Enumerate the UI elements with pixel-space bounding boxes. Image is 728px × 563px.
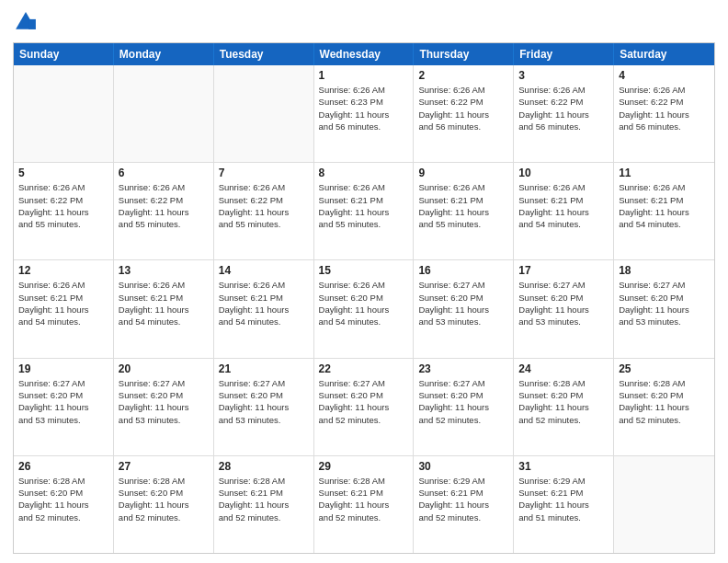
calendar-cell: 6Sunrise: 6:26 AM Sunset: 6:22 PM Daylig… (114, 163, 214, 259)
day-info: Sunrise: 6:28 AM Sunset: 6:20 PM Dayligh… (18, 475, 108, 523)
day-number: 30 (418, 460, 508, 473)
day-info: Sunrise: 6:27 AM Sunset: 6:20 PM Dayligh… (319, 377, 409, 426)
day-info: Sunrise: 6:26 AM Sunset: 6:21 PM Dayligh… (219, 279, 309, 327)
day-info: Sunrise: 6:26 AM Sunset: 6:22 PM Dayligh… (518, 84, 609, 132)
day-number: 12 (18, 264, 108, 277)
calendar-cell: 3Sunrise: 6:26 AM Sunset: 6:22 PM Daylig… (514, 65, 614, 162)
day-number: 11 (619, 167, 710, 179)
day-number: 15 (319, 264, 409, 277)
calendar-cell: 30Sunrise: 6:29 AM Sunset: 6:21 PM Dayli… (414, 456, 514, 553)
day-number: 27 (119, 460, 209, 473)
calendar-cell: 19Sunrise: 6:27 AM Sunset: 6:20 PM Dayli… (14, 359, 114, 455)
header (13, 9, 715, 35)
day-number: 31 (518, 460, 609, 473)
day-info: Sunrise: 6:28 AM Sunset: 6:21 PM Dayligh… (319, 475, 409, 523)
day-info: Sunrise: 6:26 AM Sunset: 6:21 PM Dayligh… (619, 181, 710, 230)
day-info: Sunrise: 6:27 AM Sunset: 6:20 PM Dayligh… (18, 377, 108, 426)
day-info: Sunrise: 6:26 AM Sunset: 6:21 PM Dayligh… (518, 181, 609, 230)
calendar-cell: 5Sunrise: 6:26 AM Sunset: 6:22 PM Daylig… (14, 163, 114, 259)
day-number: 26 (18, 460, 108, 473)
day-number: 29 (319, 460, 409, 473)
calendar-row-5: 26Sunrise: 6:28 AM Sunset: 6:20 PM Dayli… (14, 456, 714, 553)
calendar-row-2: 5Sunrise: 6:26 AM Sunset: 6:22 PM Daylig… (14, 163, 714, 260)
calendar-cell: 8Sunrise: 6:26 AM Sunset: 6:21 PM Daylig… (314, 163, 415, 259)
day-info: Sunrise: 6:26 AM Sunset: 6:22 PM Dayligh… (119, 181, 209, 230)
weekday-header-monday: Monday (114, 43, 214, 65)
day-info: Sunrise: 6:26 AM Sunset: 6:22 PM Dayligh… (18, 181, 108, 230)
weekday-header-friday: Friday (514, 43, 614, 65)
calendar-cell: 24Sunrise: 6:28 AM Sunset: 6:20 PM Dayli… (514, 359, 614, 455)
calendar-cell: 12Sunrise: 6:26 AM Sunset: 6:21 PM Dayli… (14, 260, 114, 357)
calendar-cell: 14Sunrise: 6:26 AM Sunset: 6:21 PM Dayli… (214, 260, 314, 357)
calendar-cell: 22Sunrise: 6:27 AM Sunset: 6:20 PM Dayli… (314, 359, 415, 455)
calendar-cell: 20Sunrise: 6:27 AM Sunset: 6:20 PM Dayli… (114, 359, 214, 455)
day-info: Sunrise: 6:28 AM Sunset: 6:21 PM Dayligh… (219, 475, 309, 523)
calendar-cell (214, 65, 314, 162)
day-info: Sunrise: 6:27 AM Sunset: 6:20 PM Dayligh… (518, 279, 609, 327)
calendar-cell: 31Sunrise: 6:29 AM Sunset: 6:21 PM Dayli… (514, 456, 614, 553)
day-number: 13 (119, 264, 209, 277)
calendar-cell: 26Sunrise: 6:28 AM Sunset: 6:20 PM Dayli… (14, 456, 114, 553)
day-number: 16 (418, 264, 508, 277)
calendar-row-3: 12Sunrise: 6:26 AM Sunset: 6:21 PM Dayli… (14, 260, 714, 358)
day-number: 1 (319, 69, 409, 82)
calendar-cell: 2Sunrise: 6:26 AM Sunset: 6:22 PM Daylig… (414, 65, 514, 162)
day-info: Sunrise: 6:26 AM Sunset: 6:21 PM Dayligh… (18, 279, 108, 327)
day-number: 21 (219, 362, 309, 375)
calendar-cell: 10Sunrise: 6:26 AM Sunset: 6:21 PM Dayli… (514, 163, 614, 259)
day-number: 4 (619, 69, 710, 82)
day-number: 3 (518, 69, 609, 82)
day-info: Sunrise: 6:26 AM Sunset: 6:22 PM Dayligh… (619, 84, 710, 132)
day-number: 20 (119, 362, 209, 375)
calendar-cell: 17Sunrise: 6:27 AM Sunset: 6:20 PM Dayli… (514, 260, 614, 357)
logo-icon (13, 9, 39, 35)
day-number: 18 (619, 264, 710, 277)
calendar-cell: 11Sunrise: 6:26 AM Sunset: 6:21 PM Dayli… (614, 163, 714, 259)
weekday-header-sunday: Sunday (14, 43, 114, 65)
day-info: Sunrise: 6:26 AM Sunset: 6:23 PM Dayligh… (319, 84, 409, 132)
calendar-cell: 7Sunrise: 6:26 AM Sunset: 6:22 PM Daylig… (214, 163, 314, 259)
day-info: Sunrise: 6:26 AM Sunset: 6:22 PM Dayligh… (418, 84, 508, 132)
calendar-cell: 4Sunrise: 6:26 AM Sunset: 6:22 PM Daylig… (614, 65, 714, 162)
day-info: Sunrise: 6:26 AM Sunset: 6:21 PM Dayligh… (119, 279, 209, 327)
day-number: 22 (319, 362, 409, 375)
weekday-header-saturday: Saturday (614, 43, 714, 65)
day-info: Sunrise: 6:26 AM Sunset: 6:21 PM Dayligh… (418, 181, 508, 230)
calendar-cell: 16Sunrise: 6:27 AM Sunset: 6:20 PM Dayli… (414, 260, 514, 357)
calendar-cell: 1Sunrise: 6:26 AM Sunset: 6:23 PM Daylig… (314, 65, 415, 162)
day-info: Sunrise: 6:28 AM Sunset: 6:20 PM Dayligh… (619, 377, 710, 426)
day-number: 8 (319, 167, 409, 179)
calendar-row-4: 19Sunrise: 6:27 AM Sunset: 6:20 PM Dayli… (14, 359, 714, 456)
day-number: 23 (418, 362, 508, 375)
weekday-header-tuesday: Tuesday (214, 43, 314, 65)
calendar-row-1: 1Sunrise: 6:26 AM Sunset: 6:23 PM Daylig… (14, 65, 714, 163)
day-info: Sunrise: 6:27 AM Sunset: 6:20 PM Dayligh… (418, 279, 508, 327)
weekday-header-thursday: Thursday (414, 43, 514, 65)
day-number: 24 (518, 362, 609, 375)
weekday-header-wednesday: Wednesday (314, 43, 415, 65)
day-number: 28 (219, 460, 309, 473)
day-number: 5 (18, 167, 108, 179)
calendar-body: 1Sunrise: 6:26 AM Sunset: 6:23 PM Daylig… (14, 65, 714, 553)
calendar: SundayMondayTuesdayWednesdayThursdayFrid… (13, 42, 715, 554)
day-number: 19 (18, 362, 108, 375)
day-number: 17 (518, 264, 609, 277)
day-info: Sunrise: 6:28 AM Sunset: 6:20 PM Dayligh… (119, 475, 209, 523)
day-number: 6 (119, 167, 209, 179)
logo (13, 9, 42, 35)
day-info: Sunrise: 6:27 AM Sunset: 6:20 PM Dayligh… (418, 377, 508, 426)
day-number: 7 (219, 167, 309, 179)
calendar-cell (614, 456, 714, 553)
day-number: 14 (219, 264, 309, 277)
day-number: 25 (619, 362, 710, 375)
day-info: Sunrise: 6:27 AM Sunset: 6:20 PM Dayligh… (619, 279, 710, 327)
day-info: Sunrise: 6:26 AM Sunset: 6:22 PM Dayligh… (219, 181, 309, 230)
day-info: Sunrise: 6:29 AM Sunset: 6:21 PM Dayligh… (518, 475, 609, 523)
day-info: Sunrise: 6:28 AM Sunset: 6:20 PM Dayligh… (518, 377, 609, 426)
calendar-cell: 13Sunrise: 6:26 AM Sunset: 6:21 PM Dayli… (114, 260, 214, 357)
svg-marker-1 (28, 19, 36, 29)
calendar-header: SundayMondayTuesdayWednesdayThursdayFrid… (14, 43, 714, 65)
calendar-cell (114, 65, 214, 162)
calendar-cell: 23Sunrise: 6:27 AM Sunset: 6:20 PM Dayli… (414, 359, 514, 455)
calendar-cell: 29Sunrise: 6:28 AM Sunset: 6:21 PM Dayli… (314, 456, 415, 553)
